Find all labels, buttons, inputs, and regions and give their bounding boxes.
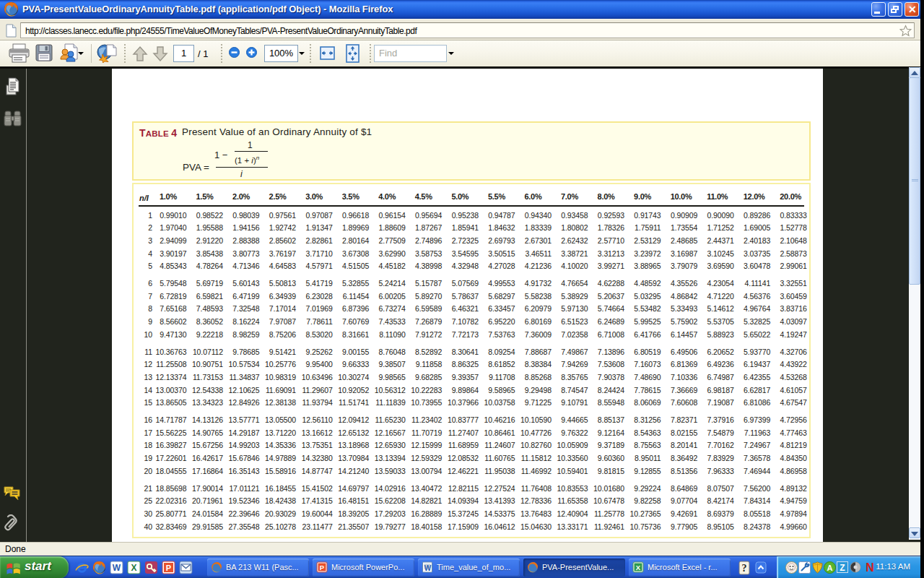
svg-text:W: W [424, 564, 432, 572]
svg-text:Z: Z [840, 563, 845, 573]
svg-text:W: W [113, 563, 121, 573]
svg-text:P: P [320, 564, 325, 571]
svg-text:?: ? [742, 563, 747, 574]
svg-text:X: X [131, 563, 136, 573]
svg-text:N: N [866, 561, 874, 573]
svg-text:A: A [827, 564, 833, 572]
svg-text:P: P [166, 564, 171, 572]
svg-text:X: X [636, 564, 641, 571]
